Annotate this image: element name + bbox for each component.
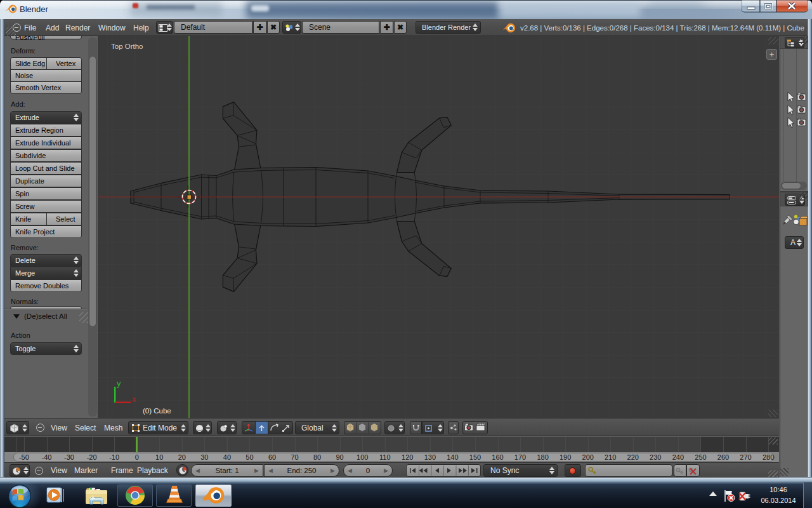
svg-text:x: x xyxy=(132,394,136,404)
svg-text:y: y xyxy=(117,378,121,388)
